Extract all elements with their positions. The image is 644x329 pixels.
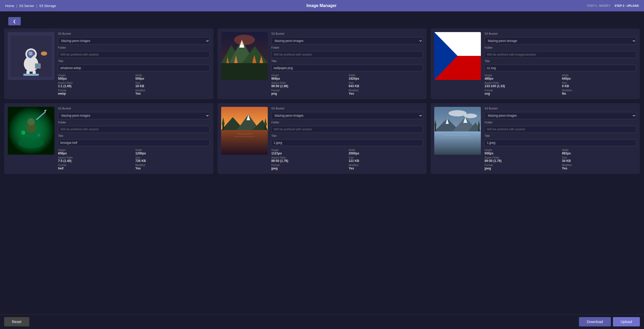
format-item: Format png <box>271 89 346 95</box>
svg-rect-9 <box>23 74 39 76</box>
title-label: Title <box>271 59 423 63</box>
meta-grid: Height 500px Width 500px Aspect Ratio 1:… <box>58 74 210 95</box>
aspect-ratio-item: Aspect Ratio 99:50 (1.98) <box>271 81 346 88</box>
title-label: Title <box>484 59 636 63</box>
meta-grid: Height 500px Width 892px Aspect Ratio 89… <box>484 149 636 170</box>
title-input[interactable] <box>484 65 636 71</box>
app-header: Home | S3 Server | S3 Storage Image Mana… <box>0 0 644 11</box>
title-input[interactable] <box>58 139 210 146</box>
width-item: Width 500px <box>135 74 210 80</box>
s3-bucket-label: S3 Bucket <box>58 32 210 35</box>
svg-point-29 <box>27 118 35 125</box>
s3-bucket-select[interactable]: blazing-peon-imagesblazing-peon-storage <box>58 37 210 44</box>
svg-rect-40 <box>221 130 268 155</box>
format-item: Format svg <box>484 89 559 95</box>
folder-input[interactable] <box>58 126 210 133</box>
height-item: Height 969px <box>271 74 346 80</box>
s3-bucket-select[interactable]: blazing-peon-imagesblazing-peon-storage <box>484 112 636 119</box>
card-fields: S3 Bucket blazing-peon-imagesblazing-peo… <box>58 107 210 170</box>
format-item: Format jpeg <box>271 164 346 170</box>
svg-point-22 <box>234 35 255 45</box>
folder-input[interactable] <box>484 51 636 58</box>
folder-input[interactable] <box>58 51 210 58</box>
card-image-lake2 <box>434 107 481 155</box>
title-label: Title <box>484 134 636 137</box>
reset-button[interactable]: Reset <box>4 317 29 326</box>
nav-s3-storage[interactable]: S3 Storage <box>39 4 56 8</box>
aspect-ratio-item: Aspect Ratio 89:50 (1.78) <box>271 156 346 163</box>
svg-point-49 <box>464 114 477 118</box>
height-item: Height 500px <box>484 149 559 155</box>
card-image-flag <box>434 32 481 80</box>
title-input[interactable] <box>484 139 636 146</box>
card-image-astronaut <box>8 32 54 80</box>
aspect-ratio-item: Aspect Ratio 1:1 (1.00) <box>58 81 132 88</box>
svg-rect-43 <box>222 124 224 130</box>
title-input[interactable] <box>271 139 423 146</box>
card-image-dota <box>8 107 54 155</box>
size-item: Size 0 KB <box>562 81 636 88</box>
meta-grid: Height 969px Width 1920px Aspect Ratio 9… <box>271 74 423 95</box>
image-grid: S3 Bucket blazing-peon-imagesblazing-peo… <box>4 28 640 174</box>
title-input[interactable] <box>58 65 210 71</box>
download-button[interactable]: Download <box>579 317 611 326</box>
meta-grid: Height 1121px Width 2000px Aspect Ratio … <box>271 149 423 170</box>
svg-point-32 <box>18 138 44 148</box>
bottom-toolbar: Reset Download Upload <box>0 314 644 329</box>
card-fields: S3 Bucket blazing-peon-imagesblazing-peo… <box>271 32 423 95</box>
height-item: Height 480px <box>484 74 559 80</box>
meta-grid: Height 480px Width 640px Aspect Ratio 13… <box>484 74 636 95</box>
nav-home[interactable]: Home <box>5 4 14 8</box>
image-card: S3 Bucket blazing-peon-imagesblazing-peo… <box>431 103 640 174</box>
s3-bucket-select[interactable]: blazing-peon-imagesblazing-peon-storage <box>271 37 423 44</box>
modified-item: Modified Yes <box>349 89 423 95</box>
svg-rect-21 <box>221 63 268 80</box>
s3-bucket-select[interactable]: blazing-peon-imagesblazing-peon-storage <box>58 112 210 119</box>
size-item: Size 18 KB <box>135 81 210 88</box>
s3-bucket-label: S3 Bucket <box>58 107 210 110</box>
card-image-mountain <box>221 32 268 80</box>
svg-rect-45 <box>265 124 266 130</box>
nav-breadcrumb: Home | S3 Server | S3 Storage <box>5 4 56 8</box>
modified-item: Modified Yes <box>135 164 210 170</box>
aspect-ratio-item: Aspect Ratio 133:100 (1.33) <box>484 81 559 88</box>
folder-input[interactable] <box>271 51 423 58</box>
folder-label: Folder <box>58 121 210 124</box>
meta-grid: Height 858px Width 1200px Aspect Ratio 7… <box>58 149 210 170</box>
card-fields: S3 Bucket blazing-peon-imagesblazing-peo… <box>271 107 423 170</box>
format-item: Format webp <box>58 89 132 95</box>
card-fields: S3 Bucket blazing-peon-imagesblazing-peo… <box>484 32 636 95</box>
s3-bucket-select[interactable]: blazing-peon-imagesblazing-peon-storage <box>484 37 636 44</box>
height-item: Height 858px <box>58 149 132 155</box>
image-card: S3 Bucket blazing-peon-imagesblazing-peo… <box>4 28 213 99</box>
step2-label: STEP 2 - UPLOAD <box>614 4 639 7</box>
card-fields: S3 Bucket blazing-peon-imagesblazing-peo… <box>58 32 210 95</box>
svg-point-48 <box>448 110 467 116</box>
aspect-ratio-item: Aspect Ratio 89:50 (1.78) <box>484 156 559 163</box>
svg-rect-55 <box>434 131 481 155</box>
nav-s3-server[interactable]: S3 Server <box>19 4 34 8</box>
image-card: S3 Bucket blazing-peon-imagesblazing-peo… <box>431 28 640 99</box>
folder-label: Folder <box>58 46 210 49</box>
title-label: Title <box>58 59 210 63</box>
card-image-lake1 <box>221 107 268 155</box>
s3-bucket-label: S3 Bucket <box>484 107 636 110</box>
width-item: Width 892px <box>562 149 636 155</box>
svg-rect-58 <box>435 125 436 131</box>
page-title: Image Manager <box>56 3 587 8</box>
modified-item: Modified No <box>562 89 636 95</box>
image-grid-container: S3 Bucket blazing-peon-imagesblazing-peo… <box>0 28 644 178</box>
upload-button[interactable]: Upload <box>613 317 640 326</box>
image-card: S3 Bucket blazing-peon-imagesblazing-peo… <box>4 103 213 174</box>
size-item: Size 121 KB <box>349 156 423 163</box>
back-button[interactable]: ❮ <box>8 17 21 25</box>
format-item: Format jpeg <box>484 164 559 170</box>
folder-input[interactable] <box>484 126 636 133</box>
folder-input[interactable] <box>271 126 423 133</box>
modified-item: Modified Yes <box>135 89 210 95</box>
size-item: Size 34 KB <box>562 156 636 163</box>
s3-bucket-select[interactable]: blazing-peon-imagesblazing-peon-storage <box>271 112 423 119</box>
folder-label: Folder <box>271 46 423 49</box>
svg-point-4 <box>28 51 33 56</box>
title-input[interactable] <box>271 65 423 71</box>
